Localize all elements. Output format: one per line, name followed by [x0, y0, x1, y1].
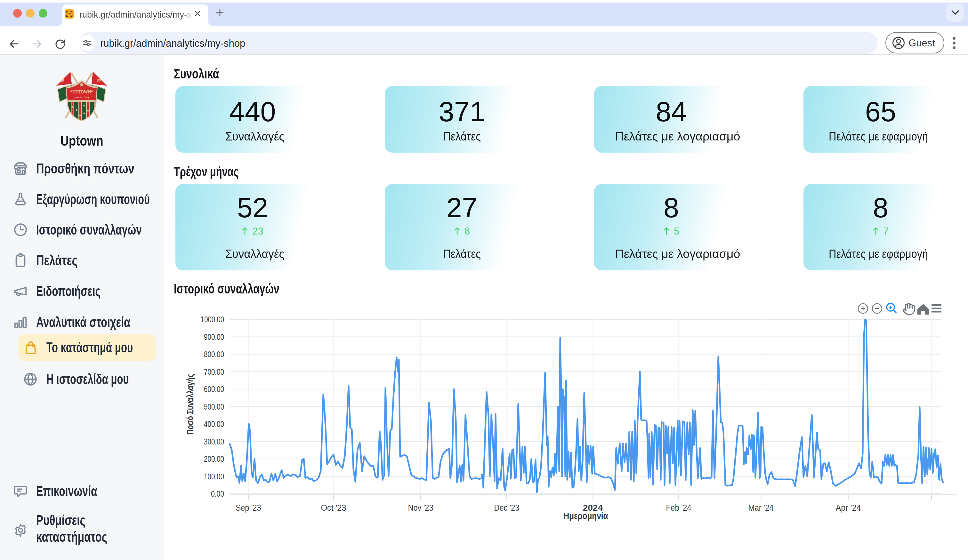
svg-text:Nov '23: Nov '23	[408, 503, 433, 513]
svg-text:0.00: 0.00	[211, 489, 224, 499]
svg-text:800.00: 800.00	[204, 350, 224, 359]
svg-text:900.00: 900.00	[204, 332, 224, 342]
svg-text:400.00: 400.00	[204, 419, 224, 429]
svg-text:Sep '23: Sep '23	[236, 503, 261, 513]
svg-text:600.00: 600.00	[204, 384, 224, 394]
svg-text:Ημερομηνία: Ημερομηνία	[564, 510, 608, 521]
svg-text:700.00: 700.00	[204, 367, 224, 377]
svg-text:500.00: 500.00	[204, 402, 224, 411]
svg-text:Feb '24: Feb '24	[666, 503, 691, 513]
svg-text:1000.00: 1000.00	[201, 315, 224, 324]
svg-text:Oct '23: Oct '23	[321, 503, 346, 513]
svg-text:Ποσό Συναλλαγής: Ποσό Συναλλαγής	[185, 374, 195, 434]
svg-text:Dec '23: Dec '23	[494, 503, 519, 513]
svg-text:100.00: 100.00	[204, 472, 224, 481]
svg-text:Mar '24: Mar '24	[748, 503, 774, 513]
svg-text:Apr '24: Apr '24	[836, 503, 861, 513]
svg-text:300.00: 300.00	[204, 437, 224, 446]
svg-text:200.00: 200.00	[204, 454, 224, 464]
